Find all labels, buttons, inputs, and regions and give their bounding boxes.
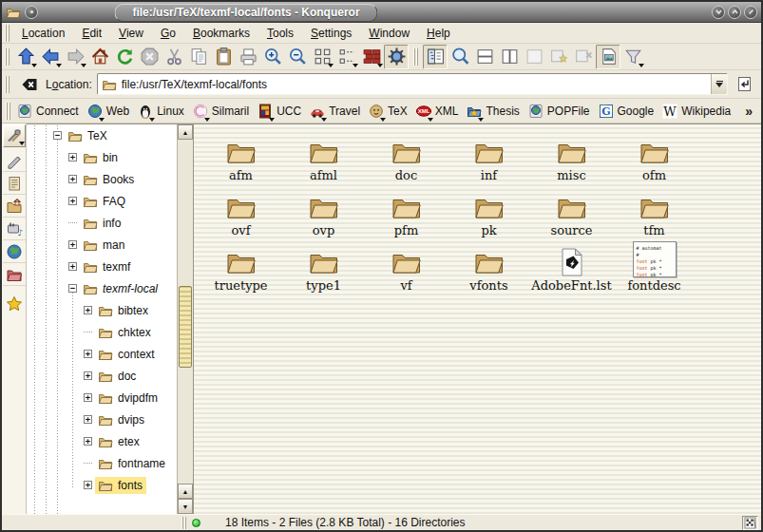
close-button[interactable] [744, 6, 757, 19]
scroll-up-button[interactable]: ▲ [178, 124, 193, 140]
sidebar-tab-config[interactable] [3, 124, 26, 147]
menu-settings[interactable]: Settings [302, 25, 360, 42]
home-button[interactable] [87, 45, 112, 69]
up-button[interactable] [13, 45, 38, 69]
listview-button[interactable] [334, 45, 359, 69]
file-item-ofm[interactable]: ofm [613, 131, 696, 182]
sidebar-tab-network[interactable] [3, 240, 26, 263]
statusbar-grip[interactable] [181, 517, 186, 529]
tree-scrollbar[interactable]: ▲ ▲ ▼ [177, 124, 193, 514]
tree-item[interactable]: chktex [95, 324, 155, 341]
zoomin-button[interactable] [260, 45, 285, 69]
tree-row-dvipdfm[interactable]: +dvipdfm [27, 387, 177, 408]
splith-button[interactable] [472, 45, 497, 69]
bookmark-linux[interactable]: Linux [135, 102, 190, 121]
expand-toggle[interactable]: + [68, 175, 77, 183]
tree-item-selected[interactable]: fonts [95, 477, 146, 494]
file-item-truetype[interactable]: truetype [200, 241, 282, 293]
expand-toggle[interactable]: + [84, 481, 92, 489]
file-item-doc[interactable]: doc [365, 131, 448, 182]
tree-item[interactable]: info [80, 215, 124, 232]
bmbar-grip[interactable] [6, 103, 10, 120]
sidebar-tab-services[interactable]: ♪ [3, 218, 26, 240]
tree-item[interactable]: context [95, 346, 159, 363]
file-item-source[interactable]: source [530, 186, 613, 238]
sidebar-tab-rootfolder[interactable] [3, 263, 26, 286]
location-input[interactable]: file:/usr/TeX/texmf-local/fonts [97, 73, 728, 95]
bricks-button[interactable] [359, 45, 384, 69]
tree-item[interactable]: FAQ [80, 193, 129, 210]
back-button[interactable] [38, 45, 63, 69]
bookmark-thesis[interactable]: Thesis [464, 102, 525, 121]
menu-view[interactable]: View [110, 25, 152, 42]
menu-bookmarks[interactable]: Bookmarks [184, 25, 258, 42]
splitv-button[interactable] [497, 45, 522, 69]
expand-toggle[interactable]: + [84, 415, 92, 424]
expand-toggle[interactable]: + [84, 393, 92, 402]
find-button[interactable] [448, 45, 472, 69]
menu-tools[interactable]: Tools [258, 25, 302, 42]
file-item-fontdesc[interactable]: # automat#font pk *font pk *font pk *fon… [613, 241, 696, 293]
toolbar-grip[interactable] [5, 48, 10, 66]
tree-item[interactable]: doc [95, 368, 140, 385]
bookmark-popfile[interactable]: POPFile [525, 102, 596, 121]
bookmark-wikipedia[interactable]: WWikipedia [659, 102, 736, 121]
tree-row-texmf[interactable]: +texmf [27, 256, 177, 277]
file-item-afml[interactable]: afml [282, 131, 365, 182]
expand-toggle[interactable]: + [68, 153, 77, 162]
tree-item[interactable]: fontname [95, 455, 169, 472]
tree-row-dvips[interactable]: +dvips [27, 408, 177, 430]
iconview-button[interactable] [310, 45, 334, 69]
go-button[interactable] [733, 72, 756, 96]
zoomout-button[interactable] [285, 45, 310, 69]
file-item-adobefnt.lst[interactable]: AdobeFnt.lst [530, 241, 613, 293]
sidebar-tab-history[interactable] [3, 172, 26, 195]
tree-item[interactable]: bin [80, 149, 122, 166]
collapse-toggle[interactable]: − [53, 131, 62, 140]
tree-row-tex[interactable]: −TeX [27, 124, 177, 146]
sidebar-tab-bookmark[interactable] [3, 149, 26, 172]
locbar-grip[interactable] [5, 76, 10, 93]
file-item-vf[interactable]: vf [365, 241, 448, 293]
tree-row-fonts[interactable]: +fonts [27, 474, 177, 496]
file-item-type1[interactable]: type1 [282, 241, 365, 293]
bookmark-web[interactable]: Web [85, 102, 135, 121]
menu-window[interactable]: Window [360, 25, 418, 42]
tree-item[interactable]: bibtex [95, 302, 152, 319]
bookmark-ucc[interactable]: UCC [255, 102, 307, 121]
tree-item[interactable]: texmf [80, 258, 134, 276]
tree-row-bin[interactable]: +bin [27, 146, 177, 168]
copy-button[interactable] [186, 45, 211, 69]
tree-row-man[interactable]: +man [27, 234, 177, 256]
bookmark-travel[interactable]: Travel [307, 102, 366, 121]
tree-row-info[interactable]: info [27, 212, 177, 234]
expand-toggle[interactable]: + [84, 371, 92, 380]
htmlimage-button[interactable] [596, 45, 620, 69]
sidebar-tab-star[interactable] [3, 293, 26, 315]
expand-toggle[interactable]: + [84, 306, 92, 314]
tree-row-faq[interactable]: +FAQ [27, 190, 177, 212]
location-dropdown-button[interactable] [711, 74, 727, 94]
scrollbar-thumb[interactable] [179, 286, 192, 368]
menu-location[interactable]: Location [13, 25, 73, 42]
collapse-toggle[interactable]: − [68, 284, 77, 293]
tree-item[interactable]: TeX [65, 127, 111, 144]
bookmark-silmaril[interactable]: Silmaril [190, 102, 255, 121]
expand-toggle[interactable]: + [68, 262, 77, 271]
file-item-tfm[interactable]: tfm [613, 186, 696, 238]
sidebar-button[interactable] [423, 45, 448, 69]
tree-row-etex[interactable]: +etex [27, 430, 177, 452]
tree-row-bibtex[interactable]: +bibtex [27, 299, 177, 321]
expand-toggle[interactable]: + [68, 197, 77, 205]
sticky-button[interactable] [25, 6, 38, 19]
file-item-pk[interactable]: pk [448, 186, 530, 238]
tree-item[interactable]: texmf-local [80, 280, 162, 297]
clear-location-button[interactable] [18, 73, 41, 96]
tree-row-doc[interactable]: +doc [27, 365, 177, 387]
tree-row-fontname[interactable]: fontname [27, 452, 177, 474]
link-view-checkbox[interactable] [742, 516, 758, 530]
file-item-vfonts[interactable]: vfonts [448, 241, 530, 293]
file-item-ovp[interactable]: ovp [282, 186, 365, 238]
minimize-button[interactable] [712, 6, 725, 19]
menu-edit[interactable]: Edit [73, 25, 110, 42]
